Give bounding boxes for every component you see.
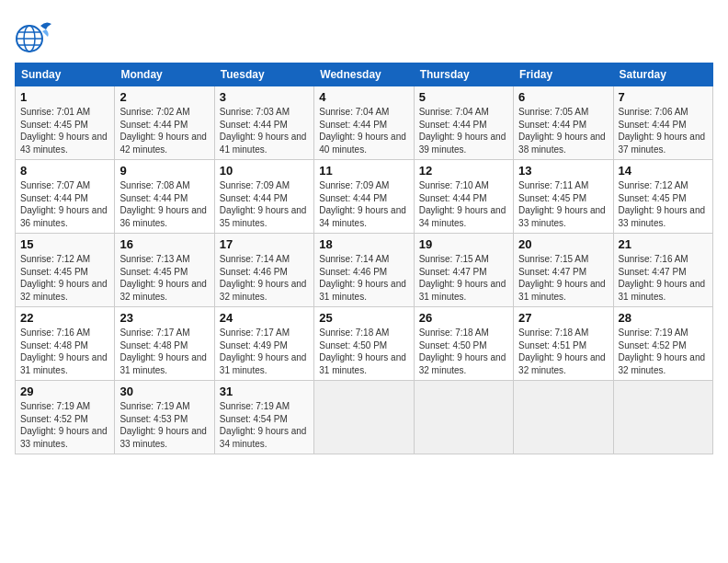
col-header-tuesday: Tuesday <box>214 63 313 86</box>
day-cell-10: 10 Sunrise: 7:09 AMSunset: 4:44 PMDaylig… <box>214 160 313 234</box>
day-cell-15: 15 Sunrise: 7:12 AMSunset: 4:45 PMDaylig… <box>16 234 115 307</box>
day-cell-22: 22 Sunrise: 7:16 AMSunset: 4:48 PMDaylig… <box>16 307 115 381</box>
day-cell-29: 29 Sunrise: 7:19 AMSunset: 4:52 PMDaylig… <box>16 381 115 454</box>
day-number: 27 <box>518 311 608 325</box>
page-header <box>15 15 713 55</box>
day-cell-2: 2 Sunrise: 7:02 AMSunset: 4:44 PMDayligh… <box>115 86 214 160</box>
day-number: 6 <box>518 90 608 104</box>
day-number: 11 <box>319 164 408 178</box>
day-cell-7: 7 Sunrise: 7:06 AMSunset: 4:44 PMDayligh… <box>613 86 712 160</box>
day-info: Sunrise: 7:14 AMSunset: 4:46 PMDaylight:… <box>319 254 406 302</box>
day-info: Sunrise: 7:12 AMSunset: 4:45 PMDaylight:… <box>619 180 706 228</box>
day-number: 28 <box>619 311 708 325</box>
day-number: 26 <box>419 311 508 325</box>
calendar-week-3: 15 Sunrise: 7:12 AMSunset: 4:45 PMDaylig… <box>16 234 713 307</box>
day-cell-13: 13 Sunrise: 7:11 AMSunset: 4:45 PMDaylig… <box>514 160 613 234</box>
day-info: Sunrise: 7:10 AMSunset: 4:44 PMDaylight:… <box>419 180 506 228</box>
day-info: Sunrise: 7:19 AMSunset: 4:52 PMDaylight:… <box>619 327 706 375</box>
calendar: SundayMondayTuesdayWednesdayThursdayFrid… <box>15 63 713 454</box>
day-cell-11: 11 Sunrise: 7:09 AMSunset: 4:44 PMDaylig… <box>314 160 414 234</box>
day-cell-4: 4 Sunrise: 7:04 AMSunset: 4:44 PMDayligh… <box>314 86 414 160</box>
day-number: 25 <box>319 311 408 325</box>
day-info: Sunrise: 7:18 AMSunset: 4:51 PMDaylight:… <box>518 327 606 375</box>
day-number: 22 <box>20 311 109 325</box>
day-cell-30: 30 Sunrise: 7:19 AMSunset: 4:53 PMDaylig… <box>115 381 214 454</box>
day-cell-1: 1 Sunrise: 7:01 AMSunset: 4:45 PMDayligh… <box>16 86 115 160</box>
empty-cell <box>414 381 513 454</box>
day-number: 5 <box>419 90 508 104</box>
day-number: 19 <box>419 237 508 251</box>
day-number: 20 <box>518 237 608 251</box>
day-cell-14: 14 Sunrise: 7:12 AMSunset: 4:45 PMDaylig… <box>613 160 712 234</box>
day-info: Sunrise: 7:19 AMSunset: 4:54 PMDaylight:… <box>220 401 307 449</box>
day-info: Sunrise: 7:03 AMSunset: 4:44 PMDaylight:… <box>220 107 307 155</box>
day-info: Sunrise: 7:12 AMSunset: 4:45 PMDaylight:… <box>20 254 108 302</box>
day-number: 1 <box>20 90 109 104</box>
day-number: 10 <box>220 164 309 178</box>
calendar-week-2: 8 Sunrise: 7:07 AMSunset: 4:44 PMDayligh… <box>16 160 713 234</box>
day-info: Sunrise: 7:19 AMSunset: 4:52 PMDaylight:… <box>20 401 108 449</box>
day-info: Sunrise: 7:19 AMSunset: 4:53 PMDaylight:… <box>119 401 207 449</box>
day-info: Sunrise: 7:07 AMSunset: 4:44 PMDaylight:… <box>20 180 108 228</box>
day-number: 23 <box>119 311 209 325</box>
day-cell-25: 25 Sunrise: 7:18 AMSunset: 4:50 PMDaylig… <box>314 307 414 381</box>
col-header-wednesday: Wednesday <box>314 63 414 86</box>
empty-cell <box>314 381 414 454</box>
day-number: 8 <box>20 164 109 178</box>
col-header-saturday: Saturday <box>613 63 712 86</box>
day-number: 21 <box>619 237 708 251</box>
day-info: Sunrise: 7:13 AMSunset: 4:45 PMDaylight:… <box>119 254 207 302</box>
day-number: 24 <box>220 311 309 325</box>
day-cell-17: 17 Sunrise: 7:14 AMSunset: 4:46 PMDaylig… <box>214 234 313 307</box>
day-cell-3: 3 Sunrise: 7:03 AMSunset: 4:44 PMDayligh… <box>214 86 313 160</box>
day-number: 3 <box>220 90 309 104</box>
calendar-week-1: 1 Sunrise: 7:01 AMSunset: 4:45 PMDayligh… <box>16 86 713 160</box>
day-number: 18 <box>319 237 408 251</box>
day-cell-23: 23 Sunrise: 7:17 AMSunset: 4:48 PMDaylig… <box>115 307 214 381</box>
day-number: 31 <box>220 385 309 398</box>
day-info: Sunrise: 7:04 AMSunset: 4:44 PMDaylight:… <box>419 107 506 155</box>
day-info: Sunrise: 7:16 AMSunset: 4:47 PMDaylight:… <box>619 254 706 302</box>
day-info: Sunrise: 7:05 AMSunset: 4:44 PMDaylight:… <box>518 107 606 155</box>
day-number: 30 <box>119 385 209 398</box>
col-header-sunday: Sunday <box>16 63 115 86</box>
day-info: Sunrise: 7:18 AMSunset: 4:50 PMDaylight:… <box>419 327 506 375</box>
day-number: 13 <box>518 164 608 178</box>
empty-cell <box>613 381 712 454</box>
day-cell-31: 31 Sunrise: 7:19 AMSunset: 4:54 PMDaylig… <box>214 381 313 454</box>
day-info: Sunrise: 7:15 AMSunset: 4:47 PMDaylight:… <box>419 254 506 302</box>
day-number: 9 <box>119 164 209 178</box>
day-cell-16: 16 Sunrise: 7:13 AMSunset: 4:45 PMDaylig… <box>115 234 214 307</box>
logo <box>15 15 57 55</box>
day-info: Sunrise: 7:17 AMSunset: 4:49 PMDaylight:… <box>220 327 307 375</box>
day-info: Sunrise: 7:16 AMSunset: 4:48 PMDaylight:… <box>20 327 108 375</box>
day-cell-18: 18 Sunrise: 7:14 AMSunset: 4:46 PMDaylig… <box>314 234 414 307</box>
day-info: Sunrise: 7:11 AMSunset: 4:45 PMDaylight:… <box>518 180 606 228</box>
calendar-week-4: 22 Sunrise: 7:16 AMSunset: 4:48 PMDaylig… <box>16 307 713 381</box>
calendar-week-5: 29 Sunrise: 7:19 AMSunset: 4:52 PMDaylig… <box>16 381 713 454</box>
day-cell-24: 24 Sunrise: 7:17 AMSunset: 4:49 PMDaylig… <box>214 307 313 381</box>
day-cell-26: 26 Sunrise: 7:18 AMSunset: 4:50 PMDaylig… <box>414 307 513 381</box>
day-info: Sunrise: 7:17 AMSunset: 4:48 PMDaylight:… <box>119 327 207 375</box>
day-cell-8: 8 Sunrise: 7:07 AMSunset: 4:44 PMDayligh… <box>16 160 115 234</box>
day-info: Sunrise: 7:09 AMSunset: 4:44 PMDaylight:… <box>220 180 307 228</box>
day-info: Sunrise: 7:09 AMSunset: 4:44 PMDaylight:… <box>319 180 406 228</box>
day-cell-28: 28 Sunrise: 7:19 AMSunset: 4:52 PMDaylig… <box>613 307 712 381</box>
day-info: Sunrise: 7:18 AMSunset: 4:50 PMDaylight:… <box>319 327 406 375</box>
day-cell-27: 27 Sunrise: 7:18 AMSunset: 4:51 PMDaylig… <box>514 307 613 381</box>
day-info: Sunrise: 7:04 AMSunset: 4:44 PMDaylight:… <box>319 107 406 155</box>
day-number: 4 <box>319 90 408 104</box>
day-number: 7 <box>619 90 708 104</box>
day-number: 29 <box>20 385 109 398</box>
empty-cell <box>514 381 613 454</box>
day-number: 16 <box>119 237 209 251</box>
day-number: 2 <box>119 90 209 104</box>
day-cell-6: 6 Sunrise: 7:05 AMSunset: 4:44 PMDayligh… <box>514 86 613 160</box>
day-info: Sunrise: 7:02 AMSunset: 4:44 PMDaylight:… <box>119 107 207 155</box>
day-cell-5: 5 Sunrise: 7:04 AMSunset: 4:44 PMDayligh… <box>414 86 513 160</box>
day-cell-21: 21 Sunrise: 7:16 AMSunset: 4:47 PMDaylig… <box>613 234 712 307</box>
day-number: 17 <box>220 237 309 251</box>
col-header-thursday: Thursday <box>414 63 513 86</box>
col-header-friday: Friday <box>514 63 613 86</box>
day-cell-20: 20 Sunrise: 7:15 AMSunset: 4:47 PMDaylig… <box>514 234 613 307</box>
